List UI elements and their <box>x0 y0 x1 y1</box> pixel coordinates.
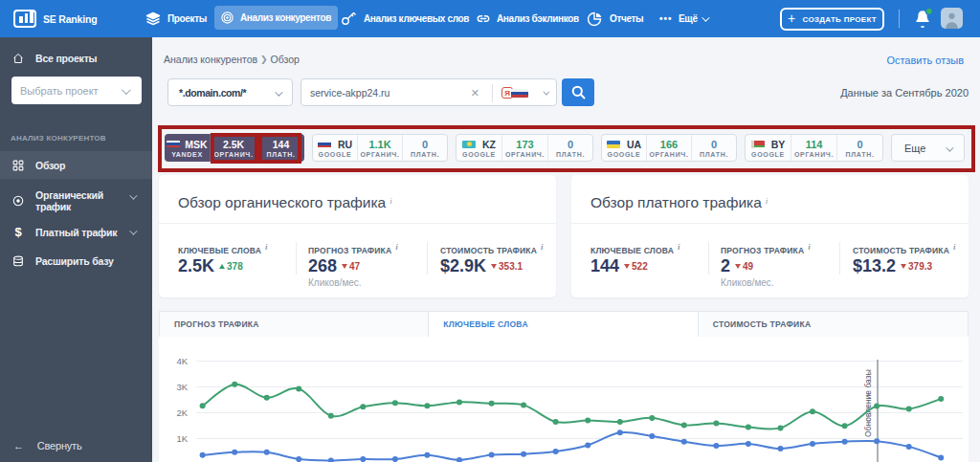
svg-text:4K: 4K <box>176 356 188 366</box>
svg-text:3K: 3K <box>176 382 188 392</box>
svg-text:Обновление базы: Обновление базы <box>863 369 873 437</box>
svg-text:1K: 1K <box>176 433 188 444</box>
svg-text:2K: 2K <box>176 407 188 418</box>
